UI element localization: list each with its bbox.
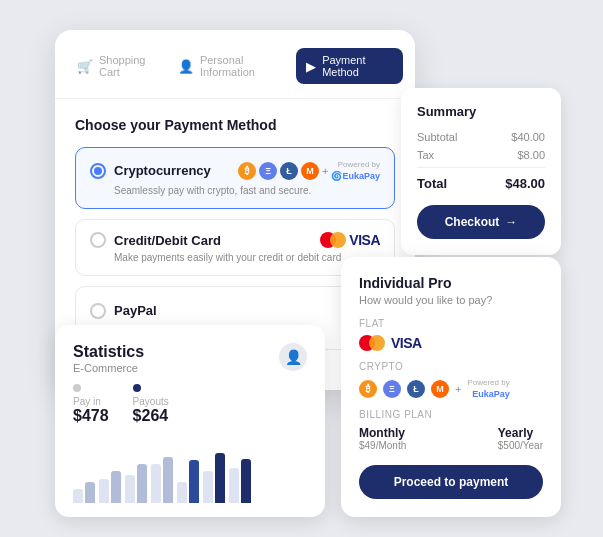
crypto-option[interactable]: Cryptocurrency ₿ Ξ Ł M + Powered by 🌀Euk… bbox=[75, 147, 395, 209]
bar bbox=[73, 489, 83, 503]
pro-eth-icon: Ξ bbox=[383, 380, 401, 398]
arrow-right-icon: → bbox=[505, 215, 517, 229]
btc-icon: ₿ bbox=[238, 162, 256, 180]
stats-subtitle: E-Commerce bbox=[73, 362, 144, 374]
payouts-value: $264 bbox=[133, 407, 169, 425]
subtotal-label: Subtotal bbox=[417, 131, 457, 143]
yearly-label: Yearly bbox=[498, 426, 543, 440]
billing-section: Billing Plan bbox=[359, 409, 543, 420]
subtotal-row: Subtotal $40.00 bbox=[417, 131, 545, 143]
payouts-dot bbox=[133, 384, 141, 392]
crypto-desc: Seamlessly pay with crypto, fast and sec… bbox=[90, 185, 380, 196]
xmr-icon: M bbox=[301, 162, 319, 180]
payment-section-title: Choose your Payment Method bbox=[75, 117, 395, 133]
avatar: 👤 bbox=[279, 343, 307, 371]
payment-icon: ▶ bbox=[306, 59, 316, 74]
pay-in-value: $478 bbox=[73, 407, 109, 425]
flat-icons-row: VISA bbox=[359, 335, 543, 351]
crypto-icons-row: ₿ Ξ Ł M + Powered by EukaPay bbox=[359, 378, 543, 399]
monthly-price: $49/Month bbox=[359, 440, 406, 451]
pro-more-crypto: + bbox=[455, 383, 461, 395]
summary-card: Summary Subtotal $40.00 Tax $8.00 Total … bbox=[401, 88, 561, 255]
pay-in-label: Pay in bbox=[73, 396, 109, 407]
bar bbox=[125, 475, 135, 503]
pro-xmr-icon: M bbox=[431, 380, 449, 398]
bar bbox=[163, 457, 173, 503]
ltc-icon: Ł bbox=[280, 162, 298, 180]
pro-subtitle: How would you like to pay? bbox=[359, 294, 543, 306]
checkout-label: Checkout bbox=[445, 215, 500, 229]
step-payment-method[interactable]: ▶ Payment Method bbox=[296, 48, 403, 84]
stats-title: Statistics bbox=[73, 343, 144, 361]
yearly-price: $500/Year bbox=[498, 440, 543, 451]
crypto-icons: ₿ Ξ Ł M + Powered by 🌀EukaPay bbox=[238, 160, 380, 181]
bar bbox=[241, 459, 251, 503]
stats-metrics: Pay in $478 Payouts $264 bbox=[73, 384, 307, 425]
tax-value: $8.00 bbox=[517, 149, 545, 161]
paypal-radio[interactable] bbox=[90, 303, 106, 319]
crypto-label: Cryptocurrency bbox=[114, 163, 211, 178]
pro-powered-text: Powered by bbox=[467, 378, 509, 387]
bar-chart bbox=[73, 433, 307, 503]
cart-icon: 🛒 bbox=[77, 59, 93, 74]
total-row: Total $48.00 bbox=[417, 167, 545, 191]
checkout-button[interactable]: Checkout → bbox=[417, 205, 545, 239]
mastercard-icon bbox=[320, 232, 346, 248]
stats-header: Statistics E-Commerce 👤 bbox=[73, 343, 307, 374]
crypto-section: Crypto bbox=[359, 361, 543, 372]
crypto-radio[interactable] bbox=[90, 163, 106, 179]
total-label: Total bbox=[417, 176, 447, 191]
powered-by-euka: Powered by 🌀EukaPay bbox=[331, 160, 380, 181]
bar bbox=[215, 453, 225, 503]
bar bbox=[189, 460, 199, 503]
pro-title: Individual Pro bbox=[359, 275, 543, 291]
payouts-metric: Payouts $264 bbox=[133, 384, 169, 425]
monthly-label: Monthly bbox=[359, 426, 406, 440]
step-personal-info[interactable]: 👤 Personal Information bbox=[168, 48, 296, 84]
step-label: Shopping Cart bbox=[99, 54, 158, 78]
bar bbox=[99, 479, 109, 503]
pro-ltc-icon: Ł bbox=[407, 380, 425, 398]
proceed-label: Proceed to payment bbox=[394, 475, 509, 489]
pay-in-metric: Pay in $478 bbox=[73, 384, 109, 425]
stepper: 🛒 Shopping Cart 👤 Personal Information ▶… bbox=[55, 30, 415, 99]
payouts-label: Payouts bbox=[133, 396, 169, 407]
pro-powered-euka: Powered by EukaPay bbox=[467, 378, 509, 399]
total-value: $48.00 bbox=[505, 176, 545, 191]
card-radio[interactable] bbox=[90, 232, 106, 248]
eth-icon: Ξ bbox=[259, 162, 277, 180]
yearly-plan: Yearly $500/Year bbox=[498, 426, 543, 451]
pro-visa-icon: VISA bbox=[391, 335, 422, 351]
more-crypto: + bbox=[322, 165, 328, 177]
paypal-label: PayPal bbox=[114, 303, 157, 318]
bar bbox=[85, 482, 95, 503]
summary-title: Summary bbox=[417, 104, 545, 119]
bar bbox=[229, 468, 239, 503]
person-icon: 👤 bbox=[178, 59, 194, 74]
tax-row: Tax $8.00 bbox=[417, 149, 545, 161]
card-label: Credit/Debit Card bbox=[114, 233, 221, 248]
pro-mastercard-icon bbox=[359, 335, 385, 351]
tax-label: Tax bbox=[417, 149, 434, 161]
visa-icon: VISA bbox=[349, 232, 380, 248]
proceed-to-payment-button[interactable]: Proceed to payment bbox=[359, 465, 543, 499]
card-desc: Make payments easily with your credit or… bbox=[90, 252, 380, 263]
billing-row: Monthly $49/Month Yearly $500/Year bbox=[359, 426, 543, 451]
bar bbox=[177, 482, 187, 503]
card-icons: VISA bbox=[320, 232, 380, 248]
bar bbox=[203, 471, 213, 503]
step-label: Payment Method bbox=[322, 54, 393, 78]
statistics-card: Statistics E-Commerce 👤 Pay in $478 Payo… bbox=[55, 325, 325, 517]
pro-btc-icon: ₿ bbox=[359, 380, 377, 398]
monthly-plan: Monthly $49/Month bbox=[359, 426, 406, 451]
step-shopping-cart[interactable]: 🛒 Shopping Cart bbox=[67, 48, 168, 84]
pro-card: Individual Pro How would you like to pay… bbox=[341, 257, 561, 517]
step-label: Personal Information bbox=[200, 54, 286, 78]
bar bbox=[151, 464, 161, 503]
subtotal-value: $40.00 bbox=[511, 131, 545, 143]
pro-euka-label: EukaPay bbox=[472, 389, 510, 399]
bar bbox=[137, 464, 147, 503]
flat-section: Flat bbox=[359, 318, 543, 329]
bar bbox=[111, 471, 121, 503]
pay-in-dot bbox=[73, 384, 81, 392]
